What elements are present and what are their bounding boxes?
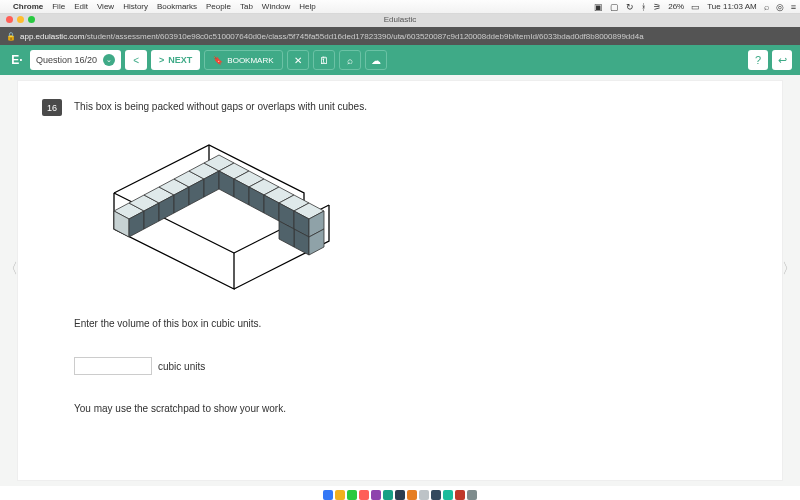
menu-help[interactable]: Help: [299, 2, 315, 11]
dock-app[interactable]: [371, 490, 381, 500]
menu-tab[interactable]: Tab: [240, 2, 253, 11]
app-toolbar: E· Question 16/20 ⌄ < > NEXT 🔖 BOOKMARK …: [0, 45, 800, 75]
question-selector[interactable]: Question 16/20 ⌄: [30, 50, 121, 70]
calculator-button[interactable]: 🗓: [313, 50, 335, 70]
sync-icon[interactable]: ↻: [626, 2, 634, 12]
menu-history[interactable]: History: [123, 2, 148, 11]
mac-menu-bar: Chrome File Edit View History Bookmarks …: [0, 0, 800, 14]
unit-label: cubic units: [158, 361, 205, 372]
question-prompt: Enter the volume of this box in cubic un…: [74, 318, 758, 329]
menu-people[interactable]: People: [206, 2, 231, 11]
chevron-right-icon: >: [159, 55, 164, 65]
box-diagram: [84, 126, 758, 300]
next-button[interactable]: > NEXT: [151, 50, 200, 70]
dock-app[interactable]: [335, 490, 345, 500]
search-button[interactable]: ⌕: [339, 50, 361, 70]
menu-view[interactable]: View: [97, 2, 114, 11]
question-number-badge: 16: [42, 99, 62, 116]
dock-app[interactable]: [383, 490, 393, 500]
question-card: 16 This box is being packed without gaps…: [18, 81, 782, 480]
dock-app[interactable]: [359, 490, 369, 500]
battery-percent: 26%: [668, 2, 684, 11]
dock-app[interactable]: [431, 490, 441, 500]
app-logo[interactable]: E·: [8, 51, 26, 69]
next-label: NEXT: [168, 55, 192, 65]
browser-tab-strip: Edulastic: [0, 14, 800, 27]
exit-button[interactable]: ↩: [772, 50, 792, 70]
chevron-down-icon: ⌄: [103, 54, 115, 66]
bookmark-icon: 🔖: [213, 56, 223, 65]
lock-icon: 🔒: [6, 32, 16, 41]
page-area: 16 This box is being packed without gaps…: [0, 75, 800, 486]
menu-icon[interactable]: ≡: [791, 2, 796, 12]
dock-app[interactable]: [419, 490, 429, 500]
bookmark-button[interactable]: 🔖 BOOKMARK: [204, 50, 282, 70]
dock-app[interactable]: [467, 490, 477, 500]
menu-window[interactable]: Window: [262, 2, 290, 11]
display-icon[interactable]: ▢: [610, 2, 619, 12]
scratchpad-hint: You may use the scratchpad to show your …: [74, 403, 758, 414]
siri-icon[interactable]: ◎: [776, 2, 784, 12]
menu-file[interactable]: File: [52, 2, 65, 11]
menu-app[interactable]: Chrome: [13, 2, 43, 11]
wifi-icon[interactable]: ⚞: [653, 2, 661, 12]
url-host: app.edulastic.com: [20, 32, 84, 41]
browser-tab-title[interactable]: Edulastic: [0, 15, 800, 24]
answer-input[interactable]: [74, 357, 152, 375]
menu-bookmarks[interactable]: Bookmarks: [157, 2, 197, 11]
help-button[interactable]: ?: [748, 50, 768, 70]
dock-app[interactable]: [455, 490, 465, 500]
dock-app[interactable]: [347, 490, 357, 500]
url-path: /student/assessment/603910e98c0c51000764…: [84, 32, 643, 41]
question-indicator-label: Question 16/20: [36, 55, 97, 65]
dock-app[interactable]: [407, 490, 417, 500]
close-tool-button[interactable]: ✕: [287, 50, 309, 70]
mac-dock[interactable]: [0, 488, 800, 500]
cloud-button[interactable]: ☁: [365, 50, 387, 70]
battery-icon[interactable]: ▭: [691, 2, 700, 12]
bookmark-label: BOOKMARK: [227, 56, 273, 65]
dock-app[interactable]: [323, 490, 333, 500]
dock-app[interactable]: [395, 490, 405, 500]
page-next-arrow[interactable]: 〉: [782, 260, 796, 278]
screenshare-icon[interactable]: ▣: [594, 2, 603, 12]
mac-status-right: ▣ ▢ ↻ ᚼ ⚞ 26% ▭ Tue 11:03 AM ⌕ ◎ ≡: [594, 2, 796, 12]
browser-url-bar[interactable]: 🔒 app.edulastic.com /student/assessment/…: [0, 27, 800, 45]
page-prev-arrow[interactable]: 〈: [4, 260, 18, 278]
prev-button[interactable]: <: [125, 50, 147, 70]
spotlight-icon[interactable]: ⌕: [764, 2, 769, 12]
clock-text: Tue 11:03 AM: [707, 2, 757, 11]
bluetooth-icon[interactable]: ᚼ: [641, 2, 646, 12]
menu-edit[interactable]: Edit: [74, 2, 88, 11]
dock-app[interactable]: [443, 490, 453, 500]
question-stem: This box is being packed without gaps or…: [74, 99, 367, 114]
